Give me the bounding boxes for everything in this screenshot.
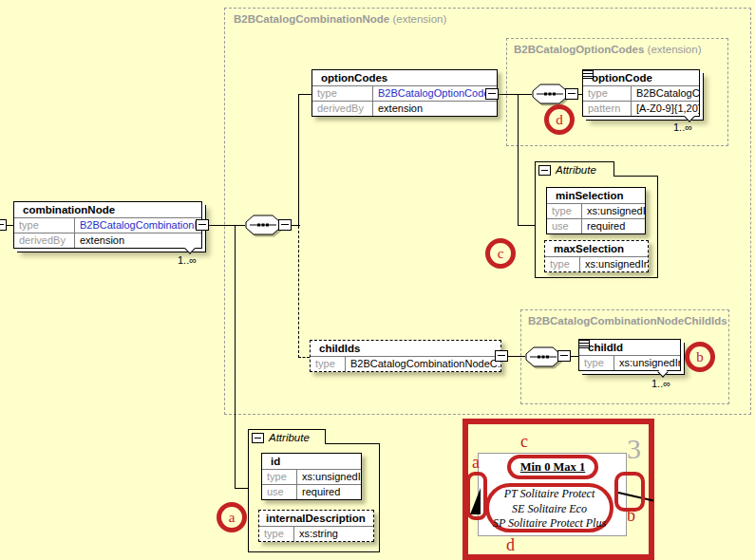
annotation-icon <box>578 339 590 348</box>
attribute-group-id-tab: Attribute <box>248 429 326 444</box>
collapse-icon-combination-node[interactable] <box>196 219 209 231</box>
legend-highlight-right <box>614 472 645 512</box>
sequence-icon-optioncodes[interactable] <box>532 84 568 104</box>
type-link[interactable]: B2BCatalogCombinationN... <box>75 218 201 233</box>
connector-to-childids-dashed <box>298 357 310 358</box>
connector-optioncodes-out <box>499 94 532 95</box>
attribute-min-selection[interactable]: minSelection typexs:unsignedInt userequi… <box>546 187 646 234</box>
attribute-max-selection[interactable]: maxSelection typexs:unsignedInt <box>544 240 649 272</box>
attribute-internal-description[interactable]: internalDescription typexs:string <box>258 510 374 542</box>
connector-minmax-branch <box>518 94 519 225</box>
connector-to-minmax-attrs <box>518 225 535 226</box>
connector-attr-branch <box>235 226 236 489</box>
legend-options-text: PT Solitaire Protect SE Solitaire Eco SP… <box>487 487 612 532</box>
connector-to-childid <box>571 356 578 357</box>
collapse-icon-attributes[interactable] <box>252 433 264 443</box>
collapse-icon-root[interactable] <box>0 219 7 231</box>
legend-label-a: a <box>472 453 480 473</box>
connector-up-branch <box>298 94 299 226</box>
type-link[interactable]: B2BCatalogOptionCodes <box>373 86 497 101</box>
collapse-icon-optioncodes-sequence[interactable] <box>565 88 578 100</box>
legend-label-c: c <box>520 432 528 452</box>
marker-ring-a: a <box>217 502 247 532</box>
collapse-icon-childids[interactable] <box>495 350 508 362</box>
collapse-icon-attributes[interactable] <box>538 165 551 176</box>
sequence-icon-childids[interactable] <box>525 346 561 367</box>
connector-node-to-sequence <box>209 225 245 226</box>
collapse-icon-optioncodes[interactable] <box>485 88 499 100</box>
legend-option: SE Solitaire Eco <box>487 502 612 517</box>
attribute-group-label: Attribute <box>556 164 596 176</box>
attribute-title: id <box>262 454 361 469</box>
connector-childids-out <box>508 356 525 357</box>
container-option-codes-label: B2BCatalogOptionCodes (extension) <box>514 44 701 55</box>
attribute-title: maxSelection <box>545 241 648 256</box>
element-combination-node[interactable]: combinationNode typeB2BCatalogCombinatio… <box>13 201 202 249</box>
element-title: optionCode <box>583 70 699 85</box>
connector-to-id-attrs <box>235 488 248 489</box>
element-title: childId <box>579 340 680 355</box>
container-combination-node-label: B2BCatalogCombinationNode (extension) <box>234 13 446 25</box>
element-title: childIds <box>311 341 500 356</box>
marker-ring-c: c <box>485 238 516 269</box>
legend-cardinality-text: Min 0 Max 1 <box>507 455 598 479</box>
attribute-title: minSelection <box>547 188 645 203</box>
element-child-id[interactable]: childId typexs:unsignedInt <box>578 339 681 371</box>
attribute-group-minmax-tab: Attribute <box>535 161 614 177</box>
element-option-code[interactable]: optionCode typeB2BCatalogCode pattern[A-… <box>582 69 700 117</box>
legend-label-d: d <box>506 535 515 555</box>
connector-to-optioncodes <box>298 94 311 95</box>
attribute-id[interactable]: id typexs:unsignedInt userequired <box>261 453 362 500</box>
occurs-label: 1..∞ <box>651 378 670 389</box>
element-title: combinationNode <box>14 202 201 217</box>
legend-option: PT Solitaire Protect <box>487 487 612 502</box>
marker-ring-b: b <box>685 342 715 372</box>
attribute-group-label: Attribute <box>269 432 310 443</box>
annotation-icon <box>582 69 594 79</box>
schema-diagram-canvas: B2BCatalogCombinationNode (extension) B2… <box>0 0 755 560</box>
occurs-label: 1..∞ <box>673 121 692 133</box>
container-child-ids-label: B2BCatalogCombinationNodeChildIds <box>528 315 727 327</box>
marker-ring-d: d <box>544 104 575 135</box>
legend-option: SP Solitaire Protect Plus <box>487 516 612 532</box>
element-title: optionCodes <box>312 70 497 85</box>
collapse-icon-main-sequence[interactable] <box>278 219 292 231</box>
collapse-icon-childids-sequence[interactable] <box>557 350 571 362</box>
connector-down-branch-dashed <box>298 226 299 358</box>
sequence-icon-main[interactable] <box>245 215 281 235</box>
element-child-ids[interactable]: childIds typeB2BCatalogCombinationNodeC.… <box>310 340 501 372</box>
attribute-title: internalDescription <box>259 511 373 526</box>
legend-figure-number: 3 <box>627 433 641 465</box>
occurs-label: 1..∞ <box>178 254 197 266</box>
element-option-codes[interactable]: optionCodes typeB2BCatalogOptionCodes de… <box>311 69 498 117</box>
